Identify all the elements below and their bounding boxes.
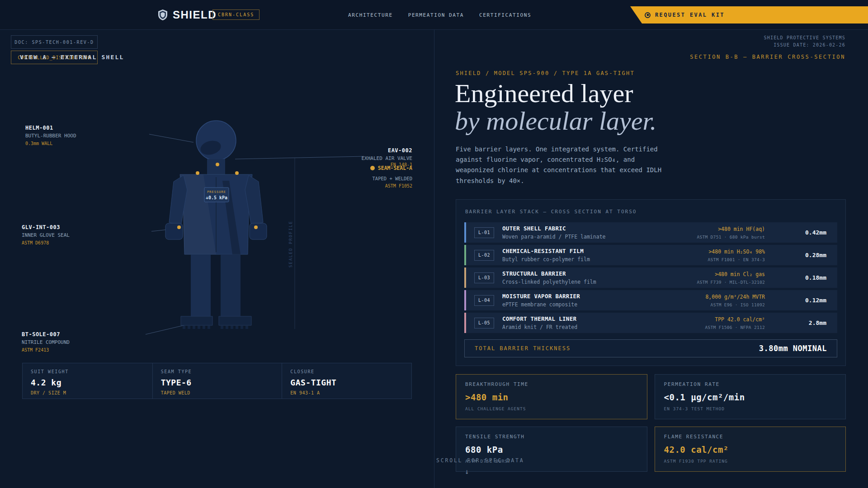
stat-breakthrough-time: BREAKTHROUGH TIME >480 min ALL CHALLENGE…: [456, 374, 647, 419]
stat-value: 42.0 cal/cm²: [664, 445, 837, 455]
top-nav: SHIELD CBRN-CLASS ARCHITECTURE PERMEATIO…: [0, 0, 868, 30]
layer-thickness: 0.18mm: [765, 274, 837, 281]
nav-link-architecture[interactable]: ARCHITECTURE: [348, 12, 393, 18]
stat-sub: ALL CHALLENGE AGENTS: [465, 406, 638, 411]
layer-accent-bar: [464, 245, 466, 265]
stat-flame-resistance: FLAME RESISTANCE 42.0 cal/cm² ASTM F1930…: [655, 427, 846, 472]
callout-standard: ASTM D6978: [22, 240, 70, 245]
layer-row: L-03 STRUCTURAL BARRIER Cross-linked pol…: [464, 267, 837, 288]
stat-label: TENSILE STRENGTH: [465, 434, 638, 440]
layer-material: Woven para-aramid / PTFE laminate: [502, 234, 647, 240]
layer-thickness: 0.12mm: [765, 297, 837, 304]
layer-accent-bar: [464, 222, 466, 243]
total-value: 3.80mm NOMINAL: [759, 344, 827, 353]
seam-dot-icon: [370, 166, 375, 170]
boot-tread: [183, 326, 248, 329]
layer-accent-bar: [464, 267, 466, 288]
callout-name: EXHALED AIR VALVE: [277, 155, 412, 161]
stat-value: 680 kPa: [465, 445, 638, 455]
page-root: SEALED PROFILE: [0, 0, 868, 488]
layer-material: Aramid knit / FR treated: [502, 324, 647, 330]
layer-id-badge: L-05: [474, 318, 494, 328]
layer-title: COMFORT THERMAL LINER: [502, 315, 647, 322]
org-name: SHIELD PROTECTIVE SYSTEMS: [764, 35, 845, 40]
cta-label: REQUEST EVAL KIT: [655, 12, 725, 18]
callout-valve: EAV-002 EXHALED AIR VALVE EN 148-1 SEAM-…: [277, 147, 412, 188]
callout-standard: ASTM F2413: [22, 347, 70, 352]
callout-code: EAV-002: [277, 147, 412, 154]
suit-figure: [165, 121, 267, 329]
stat-label: BREAKTHROUGH TIME: [465, 381, 638, 387]
layer-standard: ASTM E96 · ISO 11092: [647, 302, 765, 307]
seam-code: SEAM-SEAL-A: [378, 165, 412, 171]
table-header: BARRIER LAYER STACK — CROSS SECTION AT T…: [464, 209, 837, 215]
total-thickness-row: TOTAL BARRIER THICKNESS 3.80mm NOMINAL: [464, 339, 837, 357]
layer-performance: 8,000 g/m²/24h MVTR: [647, 294, 765, 300]
issue-date: ISSUE DATE: 2026-02-26: [774, 42, 845, 47]
seam-note: TAPED + WELDED: [277, 176, 412, 181]
stat-tensile-strength: TENSILE STRENGTH 680 kPa ASTM D751 BURST: [456, 427, 647, 472]
callout-name: INNER GLOVE SEAL: [22, 232, 70, 238]
layer-id-badge: L-04: [474, 295, 494, 306]
stat-value: <0.1 μg/cm²/min: [664, 392, 837, 402]
layer-id-badge: L-03: [474, 272, 494, 283]
callout-helmet: HELM-001 BUTYL-RUBBER HOOD 0.3mm WALL: [25, 125, 76, 146]
nav-link-certifications[interactable]: CERTIFICATIONS: [479, 12, 531, 18]
vertical-annotation: SEALED PROFILE: [288, 221, 293, 267]
layer-performance: TPP 42.0 cal/cm²: [647, 316, 765, 323]
layer-thickness: 0.28mm: [765, 252, 837, 258]
layer-row: L-05 COMFORT THERMAL LINER Aramid knit /…: [464, 313, 837, 333]
layer-performance: >480 min Cl₂ gas: [647, 271, 765, 277]
model-breadcrumb: SHIELD / MODEL SPS-900 / TYPE 1A GAS-TIG…: [456, 70, 635, 76]
page-title: Engineered layer by molecular layer.: [455, 80, 656, 135]
callout-boot: BT-SOLE-007 NITRILE COMPOUND ASTM F2413: [22, 331, 70, 352]
layer-standard: ASTM F1506 · NFPA 2112: [647, 325, 765, 330]
scroll-hint-label: SCROLL FOR SPEC DATA: [436, 457, 524, 464]
callout-name: NITRILE COMPOUND: [22, 339, 70, 345]
layer-performance: >480 min HF(aq): [647, 226, 765, 232]
layer-row: L-02 CHEMICAL-RESISTANT FILM Butyl rubbe…: [464, 245, 837, 265]
callout-code: GLV-INT-003: [22, 224, 70, 230]
layer-id-badge: L-02: [474, 250, 494, 261]
nav-link-permeation-data[interactable]: PERMEATION DATA: [408, 12, 464, 18]
layer-accent-bar: [464, 313, 466, 333]
svg-text:PRESSURE: PRESSURE: [207, 190, 226, 194]
layer-title: MOISTURE VAPOR BARRIER: [502, 293, 647, 300]
layer-title: OUTER SHELL FABRIC: [502, 225, 647, 232]
overlapping-labels: EN 148-1 SEAM-SEAL-A: [277, 161, 412, 176]
class-badge: CBRN-CLASS: [212, 9, 259, 20]
stat-label: PERMEATION RATE: [664, 381, 837, 387]
nav-links: ARCHITECTURE PERMEATION DATA CERTIFICATI…: [348, 0, 531, 30]
target-icon: [645, 12, 651, 18]
svg-text:+0.5 kPa: +0.5 kPa: [206, 195, 227, 200]
layer-material: ePTFE membrane composite: [502, 301, 647, 308]
callout-name: BUTYL-RUBBER HOOD: [25, 133, 76, 139]
scroll-down-arrow-icon[interactable]: ↓: [465, 467, 469, 476]
layer-performance: >480 min H₂SO₄ 98%: [647, 249, 765, 255]
callout-code: BT-SOLE-007: [22, 331, 70, 338]
callout-glove: GLV-INT-003 INNER GLOVE SEAL ASTM D6978: [22, 224, 70, 245]
seam-standard: ASTM F1052: [277, 183, 412, 188]
title-line-1: Engineered layer: [455, 80, 656, 107]
view-label: VIEW A — EXTERNAL SHELL: [20, 54, 124, 61]
pressure-badge: PRESSURE +0.5 kPa: [204, 188, 229, 202]
stat-sub: ASTM F1930 TPP RATING: [664, 459, 837, 464]
callout-standard: 0.3mm WALL: [25, 141, 76, 146]
seam-seal-label: SEAM-SEAL-A: [370, 165, 412, 171]
barrier-layer-table: BARRIER LAYER STACK — CROSS SECTION AT T…: [456, 199, 846, 366]
callout-code: HELM-001: [25, 125, 76, 131]
stat-value: >480 min: [465, 392, 638, 402]
total-label: TOTAL BARRIER THICKNESS: [475, 345, 571, 352]
stat-permeation-rate: PERMEATION RATE <0.1 μg/cm²/min EN 374-3…: [655, 374, 846, 419]
layer-accent-bar: [464, 290, 466, 310]
layer-title: CHEMICAL-RESISTANT FILM: [502, 248, 647, 254]
brand-name: SHIELD: [173, 9, 217, 21]
title-line-2: by molecular layer.: [455, 107, 656, 135]
shield-icon: [158, 9, 167, 20]
stat-label: FLAME RESISTANCE: [664, 434, 837, 440]
lede-paragraph: Five barrier layers. One integrated syst…: [456, 144, 667, 186]
section-ref: SECTION B-B — BARRIER CROSS-SECTION: [690, 54, 845, 60]
brand-logo[interactable]: SHIELD: [158, 0, 217, 30]
request-eval-kit-button[interactable]: REQUEST EVAL KIT: [630, 6, 868, 23]
layer-material: Butyl rubber co-polymer film: [502, 256, 647, 263]
